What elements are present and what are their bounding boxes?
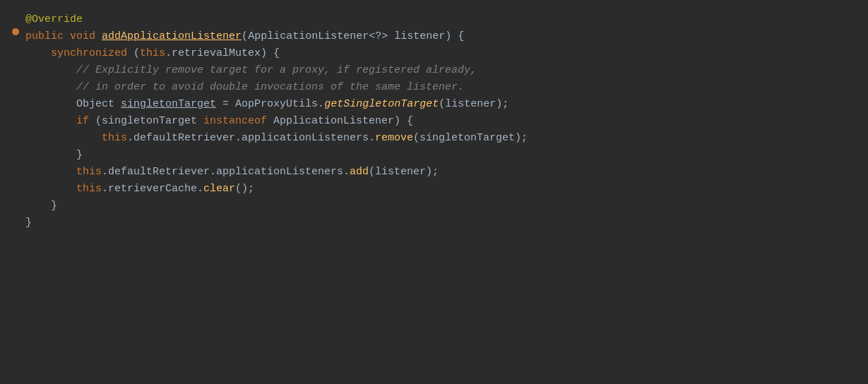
clear-args: ();	[235, 181, 254, 198]
generic-wildcard: <?>	[369, 28, 388, 45]
keyword-this-3: this	[76, 164, 102, 181]
brace-close-inner: }	[76, 147, 83, 164]
chain-3: .retrieverCache.	[102, 181, 203, 198]
paren-open: (	[242, 28, 248, 45]
code-editor: @Override public void addApplicationList…	[0, 0, 868, 384]
brace-close-method: }	[25, 215, 32, 232]
static-getSingletonTarget: getSingletonTarget	[324, 96, 439, 113]
breakpoint-indicator	[12, 28, 19, 35]
code-line-13: }	[25, 215, 854, 232]
dot: .	[318, 96, 324, 113]
comment-line-4: // Explicitly remove target for a proxy,…	[76, 62, 477, 79]
remove-args: (singletonTarget);	[413, 130, 528, 147]
keyword-public: public	[25, 28, 64, 45]
space	[64, 28, 70, 45]
operator-assign: =	[216, 96, 235, 113]
annotation-override: @Override	[25, 11, 83, 28]
code-line-5: // in order to avoid double invocations …	[25, 79, 854, 96]
var-singletonTarget: singletonTarget	[121, 96, 216, 113]
code-line-10: this.defaultRetriever.applicationListene…	[25, 164, 854, 181]
code-line-8: this.defaultRetriever.applicationListene…	[25, 130, 854, 147]
space: (	[127, 45, 140, 62]
keyword-this-2: this	[102, 130, 127, 147]
keyword-void: void	[70, 28, 95, 45]
class-ApplicationListener: ApplicationListener	[248, 28, 369, 45]
brace-close-sync: }	[51, 198, 57, 215]
call-args: (listener);	[439, 96, 509, 113]
code-line-11: this.retrieverCache.clear();	[25, 181, 854, 198]
method-clear: clear	[203, 181, 235, 198]
keyword-instanceof: instanceof	[203, 113, 267, 130]
class-AopProxyUtils: AopProxyUtils	[235, 96, 318, 113]
space	[114, 96, 121, 113]
keyword-synchronized: synchronized	[51, 45, 127, 62]
chain-2: .defaultRetriever.applicationListeners.	[102, 164, 350, 181]
code-line-2: public void addApplicationListener(Appli…	[25, 28, 854, 45]
line-indicator	[11, 28, 20, 35]
dot-retrievalmutex: .retrievalMutex) {	[165, 45, 280, 62]
space: listener) {	[388, 28, 464, 45]
brace-open: ) {	[394, 113, 413, 130]
code-line-3: synchronized (this.retrievalMutex) {	[25, 45, 854, 62]
class-Object: Object	[76, 96, 114, 113]
code-line-6: Object singletonTarget = AopProxyUtils.g…	[25, 96, 854, 113]
add-args: (listener);	[369, 164, 439, 181]
keyword-this-1: this	[140, 45, 165, 62]
space: (singletonTarget	[89, 113, 203, 130]
keyword-if: if	[76, 113, 89, 130]
method-add: add	[350, 164, 369, 181]
method-remove: remove	[375, 130, 413, 147]
code-line-7: if (singletonTarget instanceof Applicati…	[25, 113, 854, 130]
code-line-12: }	[25, 198, 854, 215]
space	[267, 113, 273, 130]
keyword-this-4: this	[76, 181, 102, 198]
method-addApplicationListener: addApplicationListener	[102, 28, 242, 45]
code-line-9: }	[25, 147, 854, 164]
code-line-1: @Override	[25, 11, 854, 28]
space	[95, 28, 102, 45]
class-ApplicationListener-2: ApplicationListener	[273, 113, 394, 130]
chain-1: .defaultRetriever.applicationListeners.	[127, 130, 375, 147]
code-line-4: // Explicitly remove target for a proxy,…	[25, 62, 854, 79]
comment-line-5: // in order to avoid double invocations …	[76, 79, 464, 96]
